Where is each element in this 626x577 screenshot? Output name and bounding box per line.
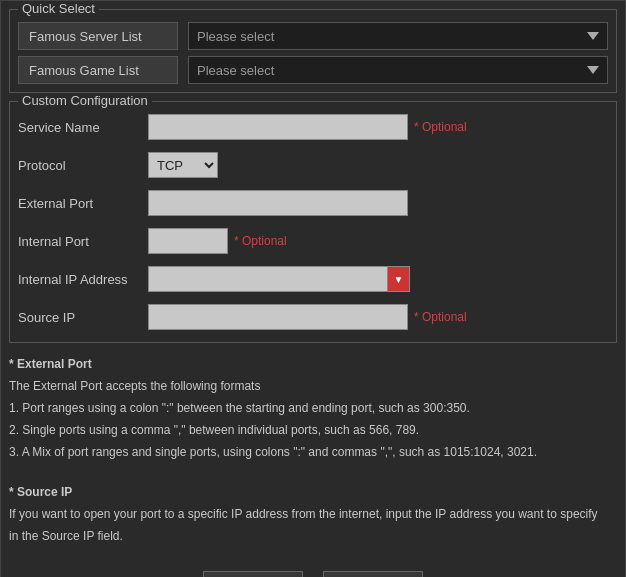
external-port-note-line4: 3. A Mix of port ranges and single ports…: [9, 443, 617, 461]
internal-ip-row: Internal IP Address ▼: [18, 264, 608, 294]
internal-port-input[interactable]: [148, 228, 228, 254]
service-name-row: Service Name * Optional: [18, 112, 608, 142]
famous-game-label: Famous Game List: [18, 56, 178, 84]
source-ip-label: Source IP: [18, 310, 148, 325]
famous-server-select[interactable]: Please select: [188, 22, 608, 50]
external-port-input[interactable]: [148, 190, 408, 216]
famous-game-select[interactable]: Please select: [188, 56, 608, 84]
service-name-optional: * Optional: [414, 120, 467, 134]
source-ip-optional: * Optional: [414, 310, 467, 324]
notes-section: * External Port The External Port accept…: [9, 351, 617, 553]
custom-config-section: Custom Configuration Service Name * Opti…: [9, 101, 617, 343]
external-port-note-line2: 1. Port ranges using a colon ":" between…: [9, 399, 617, 417]
protocol-label: Protocol: [18, 158, 148, 173]
quick-select-title: Quick Select: [18, 1, 99, 16]
quick-select-section: Quick Select Famous Server List Please s…: [9, 9, 617, 93]
famous-server-label: Famous Server List: [18, 22, 178, 50]
service-name-label: Service Name: [18, 120, 148, 135]
ok-button[interactable]: OK: [323, 571, 423, 577]
ip-dropdown-button[interactable]: ▼: [388, 266, 410, 292]
source-ip-note-header: * Source IP: [9, 485, 72, 499]
source-ip-note-line1: If you want to open your port to a speci…: [9, 505, 617, 523]
button-row: Cancel OK: [9, 563, 617, 577]
source-ip-input[interactable]: [148, 304, 408, 330]
external-port-note-header: * External Port: [9, 357, 92, 371]
internal-port-row: Internal Port * Optional: [18, 226, 608, 256]
main-container: Quick Select Famous Server List Please s…: [0, 0, 626, 577]
external-port-note-line1: The External Port accepts the following …: [9, 377, 617, 395]
source-ip-row: Source IP * Optional: [18, 302, 608, 332]
source-ip-note-line2: in the Source IP field.: [9, 527, 617, 545]
protocol-row: Protocol TCP UDP Both: [18, 150, 608, 180]
ip-input-group: ▼: [148, 266, 410, 292]
service-name-input[interactable]: [148, 114, 408, 140]
cancel-button[interactable]: Cancel: [203, 571, 303, 577]
custom-config-title: Custom Configuration: [18, 93, 152, 108]
internal-port-label: Internal Port: [18, 234, 148, 249]
internal-ip-input[interactable]: [148, 266, 388, 292]
internal-ip-label: Internal IP Address: [18, 272, 148, 287]
external-port-label: External Port: [18, 196, 148, 211]
famous-server-row: Famous Server List Please select: [18, 22, 608, 50]
internal-port-optional: * Optional: [234, 234, 287, 248]
external-port-row: External Port: [18, 188, 608, 218]
famous-game-row: Famous Game List Please select: [18, 56, 608, 84]
external-port-note-line3: 2. Single ports using a comma "," betwee…: [9, 421, 617, 439]
protocol-select[interactable]: TCP UDP Both: [148, 152, 218, 178]
